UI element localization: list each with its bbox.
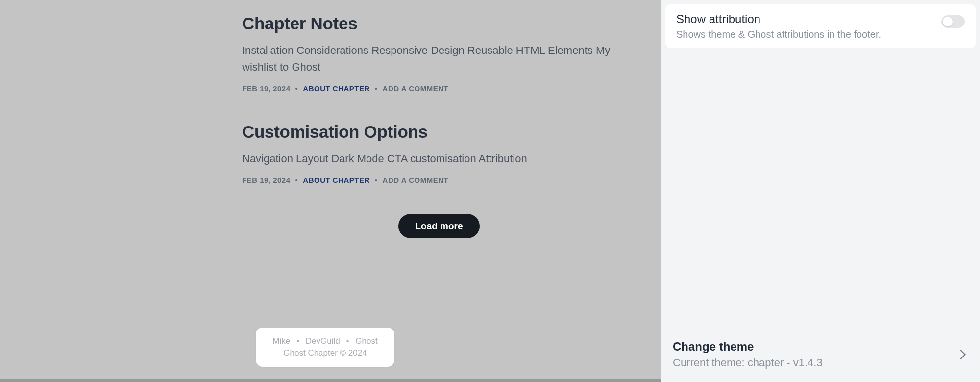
- meta-separator: •: [375, 84, 378, 93]
- settings-sidebar: Show attribution Shows theme & Ghost att…: [661, 0, 980, 382]
- post-tag-link[interactable]: ABOUT CHAPTER: [303, 84, 370, 93]
- meta-separator: •: [295, 176, 298, 184]
- setting-description: Shows theme & Ghost attributions in the …: [676, 29, 941, 40]
- setting-text: Show attribution Shows theme & Ghost att…: [676, 12, 941, 40]
- meta-separator: •: [295, 84, 298, 93]
- show-attribution-setting: Show attribution Shows theme & Ghost att…: [665, 4, 976, 48]
- chevron-right-icon: [956, 350, 966, 359]
- bottom-strip: [0, 379, 661, 382]
- post-meta: FEB 19, 2024 • ABOUT CHAPTER • ADD A COM…: [242, 84, 636, 93]
- footer-separator: •: [346, 337, 349, 346]
- load-more-button[interactable]: Load more: [398, 214, 479, 238]
- toggle-knob: [943, 17, 953, 26]
- post-excerpt: Installation Considerations Responsive D…: [242, 42, 614, 76]
- post-title[interactable]: Customisation Options: [242, 122, 636, 142]
- footer-link-devguild[interactable]: DevGuild: [306, 336, 340, 346]
- add-comment-link[interactable]: ADD A COMMENT: [383, 84, 449, 93]
- setting-title: Show attribution: [676, 12, 941, 26]
- post-date: FEB 19, 2024: [242, 176, 291, 184]
- show-attribution-toggle[interactable]: [941, 15, 965, 28]
- sidebar-spacer: [661, 52, 980, 328]
- change-theme-title: Change theme: [673, 340, 823, 354]
- post-block: Customisation Options Navigation Layout …: [242, 122, 636, 184]
- post-meta: FEB 19, 2024 • ABOUT CHAPTER • ADD A COM…: [242, 176, 636, 184]
- footer-link-mike[interactable]: Mike: [272, 336, 290, 346]
- load-more-wrap: Load more: [242, 214, 636, 238]
- post-block: Chapter Notes Installation Consideration…: [242, 14, 636, 93]
- post-title[interactable]: Chapter Notes: [242, 14, 636, 33]
- content-wrapper: Chapter Notes Installation Consideration…: [0, 0, 661, 238]
- post-date: FEB 19, 2024: [242, 84, 291, 93]
- change-theme-button[interactable]: Change theme Current theme: chapter - v1…: [661, 328, 980, 382]
- change-theme-subtitle: Current theme: chapter - v1.4.3: [673, 357, 823, 369]
- post-tag-link[interactable]: ABOUT CHAPTER: [303, 176, 370, 184]
- footer-copyright: Ghost Chapter © 2024: [266, 348, 385, 358]
- footer-separator: •: [296, 337, 299, 346]
- change-theme-text: Change theme Current theme: chapter - v1…: [673, 340, 823, 369]
- add-comment-link[interactable]: ADD A COMMENT: [383, 176, 449, 184]
- footer-link-ghost[interactable]: Ghost: [355, 336, 377, 346]
- footer-attribution-card: Mike • DevGuild • Ghost Ghost Chapter © …: [256, 328, 394, 367]
- footer-links-row: Mike • DevGuild • Ghost: [266, 336, 385, 346]
- post-excerpt: Navigation Layout Dark Mode CTA customis…: [242, 151, 614, 167]
- meta-separator: •: [375, 176, 378, 184]
- preview-area: Chapter Notes Installation Consideration…: [0, 0, 661, 382]
